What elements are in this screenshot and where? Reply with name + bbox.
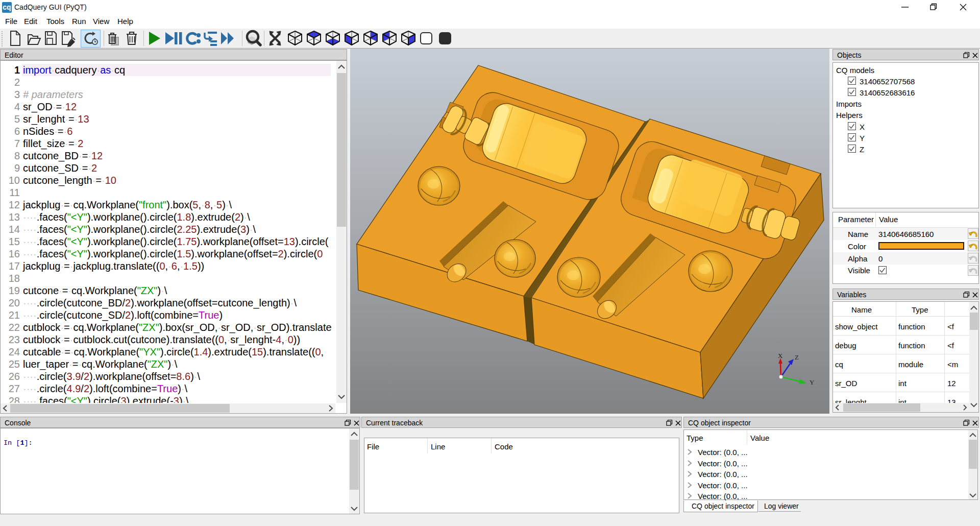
svg-text:Z: Z: [795, 353, 799, 361]
svg-text:X: X: [778, 352, 783, 360]
svg-text:Y: Y: [810, 378, 815, 386]
